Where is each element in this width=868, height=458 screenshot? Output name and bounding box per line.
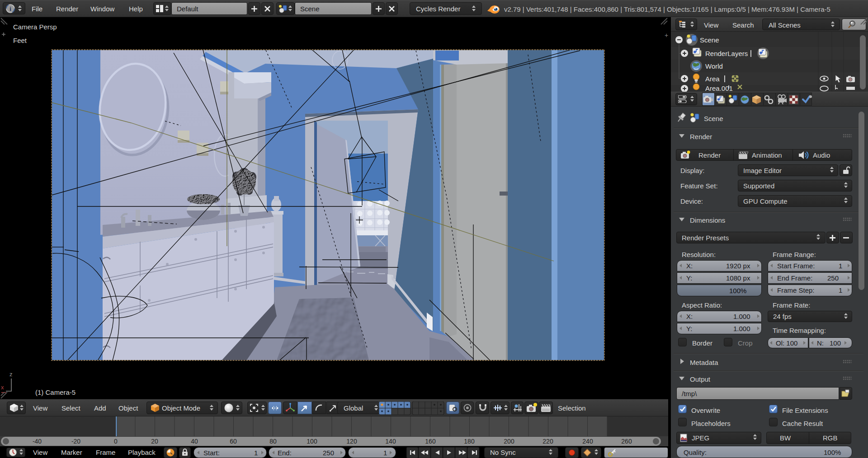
svg-text:RenderLayers: RenderLayers — [705, 50, 748, 57]
svg-text:Scene: Scene — [700, 36, 719, 44]
svg-text:120: 120 — [346, 438, 357, 445]
svg-text:Feet: Feet — [13, 37, 27, 44]
svg-text:40: 40 — [191, 438, 198, 445]
svg-text:World: World — [705, 62, 723, 70]
svg-text:Camera Persp: Camera Persp — [13, 23, 57, 31]
svg-text:260: 260 — [621, 438, 632, 445]
svg-text:20: 20 — [151, 438, 158, 445]
svg-text:200: 200 — [504, 438, 514, 445]
svg-text:60: 60 — [230, 438, 237, 445]
svg-text:160: 160 — [425, 438, 436, 445]
svg-text:80: 80 — [269, 438, 277, 445]
svg-text:-20: -20 — [71, 438, 80, 445]
svg-text:100: 100 — [307, 438, 317, 445]
svg-text:0: 0 — [114, 438, 118, 445]
svg-text:z: z — [9, 371, 13, 378]
svg-text:240: 240 — [582, 438, 593, 445]
svg-text:220: 220 — [542, 438, 553, 445]
svg-text:Area: Area — [705, 75, 720, 83]
svg-text:180: 180 — [464, 438, 475, 445]
svg-text:140: 140 — [385, 438, 396, 445]
svg-text:i: i — [9, 5, 11, 12]
svg-text:-40: -40 — [33, 438, 42, 445]
svg-text:(1) Camera-5: (1) Camera-5 — [35, 388, 75, 396]
svg-text:x: x — [1, 384, 4, 391]
